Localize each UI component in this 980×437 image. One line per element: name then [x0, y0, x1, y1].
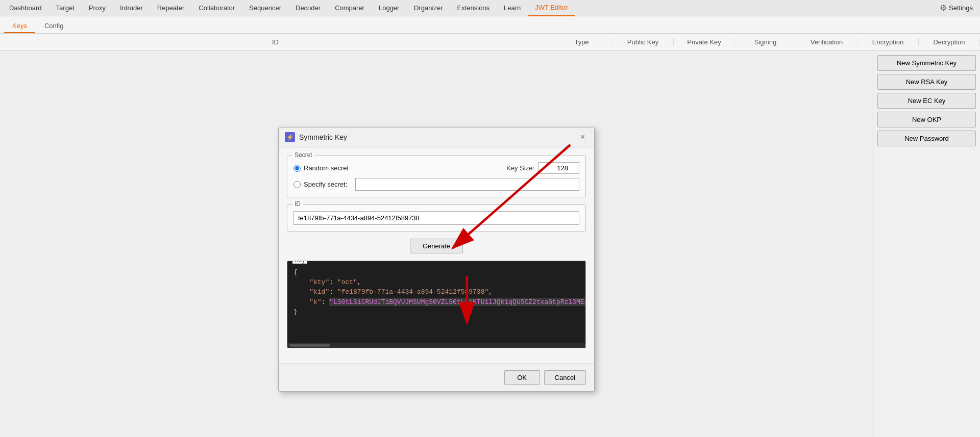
key-line-close: } [293, 307, 579, 317]
tab-keys[interactable]: Keys [4, 19, 35, 33]
radio-specify-option[interactable]: Specify secret: [293, 181, 347, 188]
col-private-key: Private Key [674, 38, 735, 46]
tab-bar: Keys Config [0, 16, 980, 34]
radio-random-label: Random secret [304, 164, 349, 172]
radio-specify-input[interactable] [293, 181, 301, 188]
table-area: ⚡ Symmetric Key × Secret Random secret [0, 51, 873, 437]
menu-learn[interactable]: Learn [497, 0, 528, 16]
key-code-display: { "kty": "oct", "kid": "fe1879fb-771a-44… [287, 261, 585, 343]
menu-target[interactable]: Target [49, 0, 82, 16]
modal-close-button[interactable]: × [577, 132, 588, 143]
settings-button[interactable]: ⚙ Settings [935, 0, 978, 16]
id-input[interactable] [293, 211, 579, 225]
menu-dashboard[interactable]: Dashboard [2, 0, 49, 16]
key-line-open: { [293, 267, 579, 277]
specify-secret-input[interactable] [355, 178, 579, 191]
menu-bar: Dashboard Target Proxy Intruder Repeater… [0, 0, 980, 16]
menu-extensions[interactable]: Extensions [450, 0, 497, 16]
col-signing: Signing [735, 38, 796, 46]
menu-jwt-editor[interactable]: JWT Editor [528, 0, 575, 16]
col-public-key: Public Key [612, 38, 674, 46]
menu-proxy[interactable]: Proxy [82, 0, 113, 16]
key-section-label: Key [292, 261, 307, 264]
menu-intruder[interactable]: Intruder [113, 0, 150, 16]
key-size-input[interactable] [538, 162, 579, 174]
right-sidebar: New Symmetric Key New RSA Key New EC Key… [873, 51, 980, 437]
modal-title: Symmetric Key [299, 133, 573, 141]
modal-title-bar: ⚡ Symmetric Key × [279, 127, 594, 147]
modal-title-icon: ⚡ [285, 132, 295, 142]
modal-footer: OK Cancel [279, 364, 594, 391]
secret-section-label: Secret [292, 151, 314, 159]
settings-label: Settings [949, 4, 973, 12]
main-content: ⚡ Symmetric Key × Secret Random secret [0, 51, 980, 437]
key-line-k: "k": "LS0tLS1CRUdJTiBQVUJMSUMgS0VZLS0tLS… [293, 297, 579, 307]
table-header: ID Type Public Key Private Key Signing V… [0, 34, 980, 51]
ok-button[interactable]: OK [504, 370, 540, 385]
generate-btn-row: Generate [287, 239, 586, 253]
menu-logger[interactable]: Logger [372, 0, 406, 16]
new-okp-btn[interactable]: New OKP [877, 112, 976, 127]
specify-row: Specify secret: [293, 178, 579, 191]
generate-button[interactable]: Generate [410, 239, 463, 253]
menu-decoder[interactable]: Decoder [288, 0, 328, 16]
gear-icon: ⚙ [940, 3, 947, 13]
new-rsa-key-btn[interactable]: New RSA Key [877, 74, 976, 90]
menu-comparer[interactable]: Comparer [328, 0, 372, 16]
radio-specify-label: Specify secret: [304, 181, 347, 188]
secret-section: Secret Random secret Key Size: [287, 156, 586, 197]
col-id: ID [0, 38, 551, 46]
key-size-label: Key Size: [506, 164, 534, 172]
new-password-btn[interactable]: New Password [877, 131, 976, 146]
id-section-label: ID [292, 200, 303, 208]
modal-body: Secret Random secret Key Size: [279, 147, 594, 364]
radio-random-input[interactable] [293, 165, 301, 172]
symmetric-key-modal: ⚡ Symmetric Key × Secret Random secret [278, 127, 595, 392]
radio-random-option[interactable]: Random secret [293, 164, 349, 172]
menu-sequencer[interactable]: Sequencer [242, 0, 288, 16]
key-scrollbar-thumb [289, 344, 330, 347]
col-decryption: Decryption [919, 38, 980, 46]
cancel-button[interactable]: Cancel [544, 370, 586, 385]
lightning-icon: ⚡ [286, 134, 294, 141]
key-scrollbar[interactable] [287, 343, 585, 348]
new-ec-key-btn[interactable]: New EC Key [877, 93, 976, 109]
key-line-kid: "kid": "fe1879fb-771a-4434-a894-52412f58… [293, 287, 579, 297]
key-line-kty: "kty": "oct", [293, 277, 579, 288]
new-symmetric-key-btn[interactable]: New Symmetric Key [877, 55, 976, 71]
col-verification: Verification [796, 38, 857, 46]
menu-collaborator[interactable]: Collaborator [191, 0, 242, 16]
col-encryption: Encryption [857, 38, 919, 46]
key-size-row: Key Size: [506, 162, 579, 174]
col-type: Type [551, 38, 612, 46]
id-section: ID [287, 204, 586, 232]
key-section: Key { "kty": "oct", "kid": "fe1879fb-771… [287, 261, 586, 348]
menu-organizer[interactable]: Organizer [406, 0, 450, 16]
radio-random-row: Random secret Key Size: [293, 162, 579, 174]
tab-config[interactable]: Config [36, 19, 72, 33]
modal-overlay: ⚡ Symmetric Key × Secret Random secret [0, 51, 873, 437]
menu-repeater[interactable]: Repeater [150, 0, 191, 16]
